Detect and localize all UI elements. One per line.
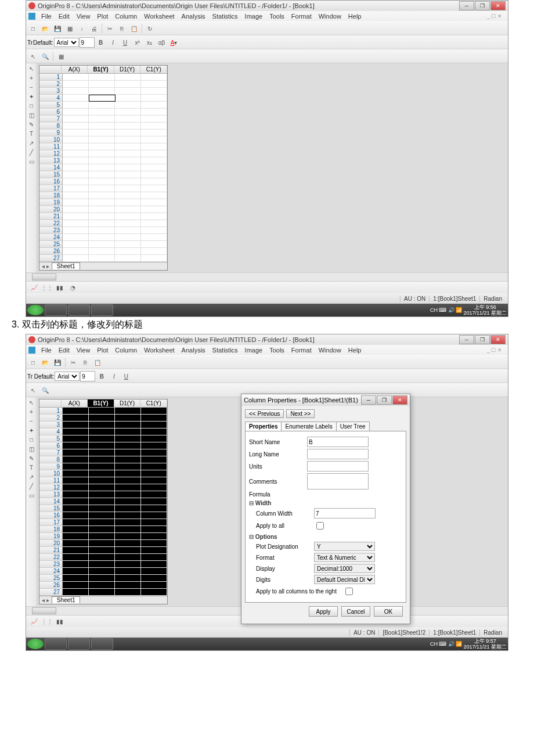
table-row[interactable]: 24 [39,234,167,241]
options-section[interactable]: Options [249,534,402,540]
new-icon[interactable]: □ [27,357,39,368]
table-row[interactable]: 7 [39,116,167,123]
applyall-checkbox[interactable] [316,522,324,530]
menu-image[interactable]: Image [241,13,266,20]
save-icon[interactable]: 💾 [52,357,63,368]
bar-icon[interactable]: ▮▮ [54,615,66,627]
task-origin[interactable] [91,304,113,316]
dialog-max[interactable]: ❐ [377,395,392,405]
table-row[interactable]: 6 [39,109,167,116]
table-row[interactable]: 9 [39,129,167,136]
menu-statistics[interactable]: Statistics [209,347,241,354]
table-row[interactable]: 14 [39,164,167,171]
pointer-icon[interactable]: ↖ [27,398,35,406]
pointer-icon[interactable]: ↖ [27,64,35,73]
sheet-nav[interactable]: ◂ ▸ [39,597,52,603]
font-size-input[interactable] [80,37,95,48]
table-row[interactable]: 11 [39,477,167,484]
table-row[interactable]: 7 [39,449,167,456]
table-row[interactable]: 13 [39,157,167,164]
text-icon[interactable]: T [27,129,35,138]
table-row[interactable]: 22 [39,554,167,561]
table-row[interactable]: 5 [39,435,167,442]
greek-icon[interactable]: αβ [156,37,168,48]
table-row[interactable]: 11 [39,143,167,150]
cancel-button[interactable]: Cancel [341,606,370,617]
menu-edit[interactable]: Edit [55,347,73,354]
menu-image[interactable]: Image [241,347,266,354]
arrow-icon[interactable]: ↖ [27,51,39,62]
menu-help[interactable]: Help [345,347,365,354]
text-icon[interactable]: T [27,463,35,471]
table-row[interactable]: 15 [39,171,167,178]
pie-icon[interactable]: ◔ [67,282,78,293]
col-header-a[interactable]: A(X) [62,66,88,73]
table-row[interactable]: 1 [39,74,167,81]
table-row[interactable]: 15 [39,505,167,512]
system-tray[interactable]: CH ⌨ 🔊 📶 [430,641,463,647]
sheet-tab[interactable]: Sheet1 [52,262,81,269]
bold-icon[interactable]: B [95,37,107,48]
next-button[interactable]: Next >> [286,409,315,418]
table-row[interactable]: 25 [39,575,167,582]
corner-cell[interactable] [39,66,62,73]
menu-plot[interactable]: Plot [93,13,111,20]
table-row[interactable]: 9 [39,463,167,470]
dialog-min[interactable]: ─ [361,395,376,405]
italic-icon[interactable]: I [107,37,119,48]
table-row[interactable]: 16 [39,178,167,185]
table-row[interactable]: 20 [39,540,167,547]
table-row[interactable]: 26 [39,582,167,589]
menu-view[interactable]: View [73,347,94,354]
table-row[interactable]: 12 [39,150,167,157]
cut-icon[interactable]: ✂ [67,357,79,368]
child-window-buttons[interactable]: _ ☐ ✕ [484,347,506,353]
table-row[interactable]: 19 [39,533,167,540]
short-name-input[interactable] [307,437,369,447]
format-select[interactable]: Text & Numeric [314,553,375,562]
zoomin-icon[interactable]: + [27,408,35,416]
open-icon[interactable]: 📂 [39,357,51,368]
tab-usertree[interactable]: User Tree [336,422,370,431]
zoomout-icon[interactable]: − [27,417,35,425]
menu-edit[interactable]: Edit [55,13,73,20]
paste-icon[interactable]: 📋 [92,357,103,368]
import-icon[interactable]: ↓ [76,23,88,34]
maximize-button[interactable]: ❐ [475,335,490,344]
col-header-a[interactable]: A(X) [62,399,88,407]
col-header-b-selected[interactable]: B1(Y) [88,399,114,407]
menu-help[interactable]: Help [345,13,365,20]
comments-input[interactable] [307,473,369,489]
child-window-buttons[interactable]: _ ☐ ✕ [484,13,506,19]
table-row[interactable]: 5 [39,102,167,109]
copy-icon[interactable]: ⎘ [80,357,91,368]
draw-icon[interactable]: ✎ [27,454,35,462]
colwidth-input[interactable] [314,508,376,519]
table-row[interactable]: 22 [39,220,167,227]
table-row[interactable]: 8 [39,123,167,129]
menu-analysis[interactable]: Analysis [178,347,209,354]
clock[interactable]: 上午 9:562017/11/21 星期二 [463,304,507,316]
print-icon[interactable]: 🖨 [88,23,100,34]
menu-column[interactable]: Column [111,13,140,20]
table-row[interactable]: 2 [39,81,167,88]
menu-file[interactable]: File [38,347,55,354]
col-header-d[interactable]: D1(Y) [114,66,141,73]
table-row[interactable]: 26 [39,248,167,255]
menu-view[interactable]: View [73,13,94,20]
table-row[interactable]: 21 [39,213,167,220]
menu-analysis[interactable]: Analysis [178,13,209,20]
line-icon[interactable]: ╱ [27,148,35,156]
reader-icon[interactable]: ✦ [27,426,35,434]
superscript-icon[interactable]: x² [132,37,143,48]
table-row[interactable]: 20 [39,206,167,213]
line-plot-icon[interactable]: 📈 [28,282,40,293]
table-row[interactable]: 27 [39,589,167,596]
system-tray[interactable]: CH ⌨ 🔊 📶 [430,307,463,313]
cut-icon[interactable]: ✂ [104,23,116,34]
applyright-checkbox[interactable] [345,588,353,595]
table-row[interactable]: 10 [39,136,167,143]
col-header-c[interactable]: C1(Y) [140,399,167,407]
prev-button[interactable]: << Previous [245,409,284,418]
table-row[interactable]: 14 [39,498,167,505]
